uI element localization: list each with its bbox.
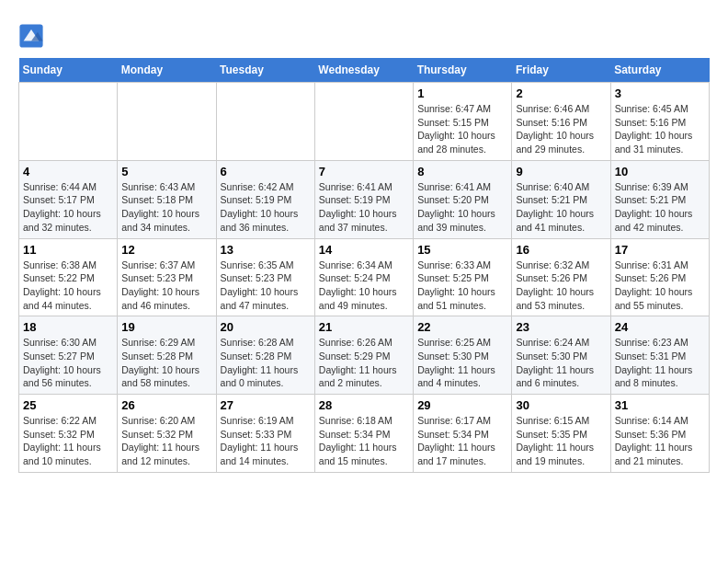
calendar-cell: 19Sunrise: 6:29 AMSunset: 5:28 PMDayligh… [118,316,216,395]
header-sunday: Sunday [19,58,118,83]
calendar-cell: 14Sunrise: 6:34 AMSunset: 5:24 PMDayligh… [314,238,413,316]
day-info: Sunrise: 6:17 AMSunset: 5:34 PMDaylight:… [417,414,507,468]
day-number: 14 [319,243,409,257]
day-number: 13 [221,243,311,257]
calendar-cell: 23Sunrise: 6:24 AMSunset: 5:30 PMDayligh… [512,316,610,395]
day-info: Sunrise: 6:32 AMSunset: 5:26 PMDaylight:… [516,259,606,313]
day-info: Sunrise: 6:42 AMSunset: 5:19 PMDaylight:… [221,180,311,235]
calendar-cell [118,83,216,161]
logo-icon [18,23,44,49]
logo [18,23,48,49]
calendar-cell: 30Sunrise: 6:15 AMSunset: 5:35 PMDayligh… [512,395,610,473]
calendar-week-2: 4Sunrise: 6:44 AMSunset: 5:17 PMDaylight… [19,160,710,238]
day-number: 9 [516,165,606,178]
header-saturday: Saturday [610,58,709,83]
day-number: 26 [121,398,211,412]
calendar-cell: 25Sunrise: 6:22 AMSunset: 5:32 PMDayligh… [19,395,118,473]
day-info: Sunrise: 6:14 AMSunset: 5:36 PMDaylight:… [615,414,705,468]
calendar-cell: 7Sunrise: 6:41 AMSunset: 5:19 PMDaylight… [314,160,413,238]
page-header [18,18,710,49]
header-wednesday: Wednesday [314,58,413,83]
day-info: Sunrise: 6:41 AMSunset: 5:19 PMDaylight:… [319,180,409,235]
day-info: Sunrise: 6:47 AMSunset: 5:15 PMDaylight:… [417,102,507,156]
day-number: 5 [121,165,211,178]
day-number: 3 [615,86,705,100]
header-row: SundayMondayTuesdayWednesdayThursdayFrid… [19,58,710,83]
day-info: Sunrise: 6:44 AMSunset: 5:17 PMDaylight:… [23,180,113,235]
day-info: Sunrise: 6:40 AMSunset: 5:21 PMDaylight:… [516,180,606,235]
calendar-cell: 29Sunrise: 6:17 AMSunset: 5:34 PMDayligh… [414,395,512,473]
day-number: 1 [417,86,507,100]
day-number: 7 [319,165,409,178]
calendar-cell: 3Sunrise: 6:45 AMSunset: 5:16 PMDaylight… [610,83,709,161]
calendar-cell: 26Sunrise: 6:20 AMSunset: 5:32 PMDayligh… [118,395,216,473]
day-info: Sunrise: 6:45 AMSunset: 5:16 PMDaylight:… [615,102,705,156]
day-number: 20 [221,320,311,334]
calendar-cell: 11Sunrise: 6:38 AMSunset: 5:22 PMDayligh… [19,238,118,316]
calendar-cell: 20Sunrise: 6:28 AMSunset: 5:28 PMDayligh… [216,316,314,395]
calendar-cell: 15Sunrise: 6:33 AMSunset: 5:25 PMDayligh… [414,238,512,316]
day-info: Sunrise: 6:43 AMSunset: 5:18 PMDaylight:… [121,180,211,235]
day-number: 29 [417,398,507,412]
day-info: Sunrise: 6:28 AMSunset: 5:28 PMDaylight:… [221,336,311,390]
calendar-table: SundayMondayTuesdayWednesdayThursdayFrid… [18,58,710,473]
day-number: 12 [121,243,211,257]
calendar-week-1: 1Sunrise: 6:47 AMSunset: 5:15 PMDaylight… [19,83,710,161]
calendar-cell: 27Sunrise: 6:19 AMSunset: 5:33 PMDayligh… [216,395,314,473]
day-number: 21 [319,320,409,334]
calendar-cell: 13Sunrise: 6:35 AMSunset: 5:23 PMDayligh… [216,238,314,316]
day-number: 28 [319,398,409,412]
day-number: 10 [615,165,705,178]
day-number: 27 [221,398,311,412]
day-number: 19 [121,320,211,334]
calendar-week-5: 25Sunrise: 6:22 AMSunset: 5:32 PMDayligh… [19,395,710,473]
day-info: Sunrise: 6:31 AMSunset: 5:26 PMDaylight:… [615,259,705,313]
day-number: 16 [516,243,606,257]
day-info: Sunrise: 6:35 AMSunset: 5:23 PMDaylight:… [221,259,311,313]
day-number: 2 [516,86,606,100]
day-number: 15 [417,243,507,257]
calendar-cell: 6Sunrise: 6:42 AMSunset: 5:19 PMDaylight… [216,160,314,238]
calendar-cell: 18Sunrise: 6:30 AMSunset: 5:27 PMDayligh… [19,316,118,395]
day-number: 23 [516,320,606,334]
day-info: Sunrise: 6:24 AMSunset: 5:30 PMDaylight:… [516,336,606,390]
day-info: Sunrise: 6:23 AMSunset: 5:31 PMDaylight:… [615,336,705,390]
day-info: Sunrise: 6:30 AMSunset: 5:27 PMDaylight:… [23,336,113,390]
calendar-cell: 8Sunrise: 6:41 AMSunset: 5:20 PMDaylight… [414,160,512,238]
calendar-cell [216,83,314,161]
calendar-cell: 12Sunrise: 6:37 AMSunset: 5:23 PMDayligh… [118,238,216,316]
day-number: 18 [23,320,113,334]
day-info: Sunrise: 6:19 AMSunset: 5:33 PMDaylight:… [221,414,311,468]
calendar-cell: 28Sunrise: 6:18 AMSunset: 5:34 PMDayligh… [314,395,413,473]
calendar-cell: 21Sunrise: 6:26 AMSunset: 5:29 PMDayligh… [314,316,413,395]
day-info: Sunrise: 6:46 AMSunset: 5:16 PMDaylight:… [516,102,606,156]
day-number: 30 [516,398,606,412]
calendar-cell: 4Sunrise: 6:44 AMSunset: 5:17 PMDaylight… [19,160,118,238]
header-thursday: Thursday [414,58,512,83]
day-number: 24 [615,320,705,334]
day-info: Sunrise: 6:22 AMSunset: 5:32 PMDaylight:… [23,414,113,468]
day-number: 11 [23,243,113,257]
day-info: Sunrise: 6:33 AMSunset: 5:25 PMDaylight:… [417,259,507,313]
calendar-cell: 9Sunrise: 6:40 AMSunset: 5:21 PMDaylight… [512,160,610,238]
day-info: Sunrise: 6:39 AMSunset: 5:21 PMDaylight:… [615,180,705,235]
day-info: Sunrise: 6:26 AMSunset: 5:29 PMDaylight:… [319,336,409,390]
day-number: 31 [615,398,705,412]
header-tuesday: Tuesday [216,58,314,83]
day-info: Sunrise: 6:25 AMSunset: 5:30 PMDaylight:… [417,336,507,390]
day-number: 8 [417,165,507,178]
day-number: 22 [417,320,507,334]
calendar-cell: 17Sunrise: 6:31 AMSunset: 5:26 PMDayligh… [610,238,709,316]
calendar-cell: 1Sunrise: 6:47 AMSunset: 5:15 PMDaylight… [414,83,512,161]
calendar-cell: 10Sunrise: 6:39 AMSunset: 5:21 PMDayligh… [610,160,709,238]
day-info: Sunrise: 6:15 AMSunset: 5:35 PMDaylight:… [516,414,606,468]
calendar-cell: 16Sunrise: 6:32 AMSunset: 5:26 PMDayligh… [512,238,610,316]
calendar-cell: 22Sunrise: 6:25 AMSunset: 5:30 PMDayligh… [414,316,512,395]
day-info: Sunrise: 6:29 AMSunset: 5:28 PMDaylight:… [121,336,211,390]
day-info: Sunrise: 6:41 AMSunset: 5:20 PMDaylight:… [417,180,507,235]
calendar-cell [314,83,413,161]
day-info: Sunrise: 6:38 AMSunset: 5:22 PMDaylight:… [23,259,113,313]
calendar-cell: 2Sunrise: 6:46 AMSunset: 5:16 PMDaylight… [512,83,610,161]
day-number: 6 [221,165,311,178]
calendar-cell [19,83,118,161]
